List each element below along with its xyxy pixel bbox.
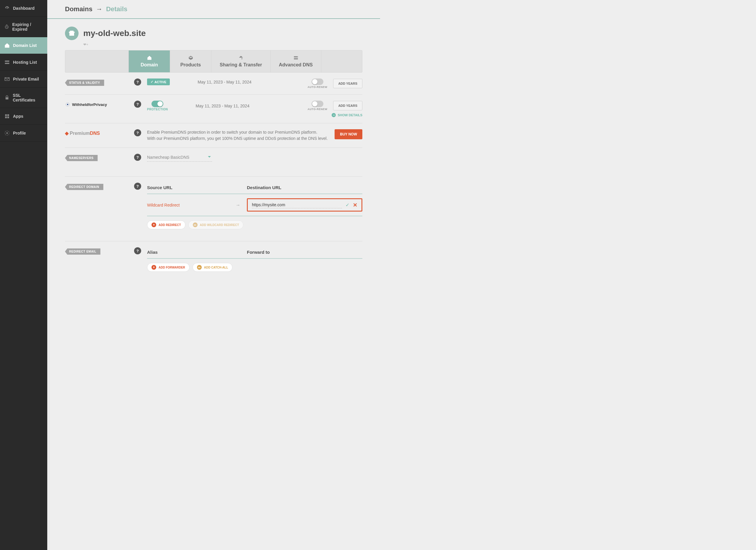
section-privacy: WithheldforPrivacy ? PROTECTION May 11, … bbox=[65, 95, 362, 123]
destination-url-input[interactable] bbox=[252, 202, 342, 208]
tab-sharing[interactable]: Sharing & Transfer bbox=[211, 50, 271, 72]
privacy-dates: May 11, 2023 - May 11, 2024 bbox=[196, 104, 250, 108]
protection-label: PROTECTION bbox=[147, 108, 168, 111]
tab-domain[interactable]: Domain bbox=[129, 50, 170, 72]
sidebar-label: Domain List bbox=[13, 43, 37, 48]
help-icon[interactable]: ? bbox=[134, 183, 141, 190]
tab-blank bbox=[65, 50, 129, 72]
premiumdns-brand: ◆ PremiumDNS bbox=[65, 130, 100, 136]
section-label-nameservers: NAMESERVERS bbox=[65, 155, 98, 161]
breadcrumb: Domains → Details bbox=[47, 0, 380, 19]
tab-products[interactable]: Products bbox=[170, 50, 211, 72]
svg-rect-1 bbox=[5, 61, 9, 62]
store-icon bbox=[65, 27, 79, 40]
svg-point-11 bbox=[297, 57, 297, 57]
lock-icon bbox=[4, 95, 10, 101]
breadcrumb-root[interactable]: Domains bbox=[65, 5, 92, 13]
add-redirect-button[interactable]: +ADD REDIRECT bbox=[147, 221, 185, 229]
home-icon bbox=[4, 43, 10, 48]
destination-highlight: ✓ ✕ bbox=[247, 198, 362, 212]
sidebar-item-profile[interactable]: Profile bbox=[0, 125, 47, 142]
add-forwarder-button[interactable]: +ADD FORWARDER bbox=[147, 263, 190, 272]
tab-label: Domain bbox=[141, 62, 158, 68]
help-icon[interactable]: ? bbox=[134, 247, 141, 254]
help-icon[interactable]: ? bbox=[134, 154, 141, 161]
svg-rect-7 bbox=[7, 117, 9, 118]
add-catchall-button[interactable]: ∞ADD CATCH-ALL bbox=[193, 263, 232, 272]
sidebar-label: Private Email bbox=[13, 77, 39, 81]
sidebar-item-ssl[interactable]: SSL Certificates bbox=[0, 88, 47, 108]
add-years-button[interactable]: ADD YEARS bbox=[333, 101, 362, 110]
svg-rect-4 bbox=[5, 114, 7, 116]
privacy-auto-renew-toggle[interactable] bbox=[312, 101, 323, 107]
server-icon bbox=[4, 59, 10, 65]
protection-toggle[interactable] bbox=[151, 101, 163, 107]
help-icon[interactable]: ? bbox=[134, 79, 141, 86]
withheld-brand: WithheldforPrivacy bbox=[65, 102, 107, 107]
help-icon[interactable]: ? bbox=[134, 101, 141, 108]
section-label-status: STATUS & VALIDITY bbox=[65, 80, 104, 86]
col-alias: Alias bbox=[147, 250, 247, 255]
section-premiumdns: ◆ PremiumDNS ? Enable PremiumDNS protect… bbox=[65, 123, 362, 148]
sidebar-item-dashboard[interactable]: Dashboard bbox=[0, 0, 47, 17]
mail-icon bbox=[4, 76, 10, 82]
tabs: Domain Products Sharing & Transfer Advan… bbox=[65, 50, 362, 73]
sidebar: Dashboard Expiring / Expired Domain List… bbox=[0, 0, 47, 550]
svg-rect-5 bbox=[7, 114, 9, 116]
svg-rect-10 bbox=[294, 58, 298, 60]
sidebar-item-apps[interactable]: Apps bbox=[0, 108, 47, 125]
grid-icon bbox=[4, 113, 10, 119]
sidebar-label: Dashboard bbox=[13, 6, 35, 11]
svg-point-8 bbox=[6, 133, 8, 134]
sidebar-label: Hosting List bbox=[13, 60, 37, 65]
arrow-icon: → bbox=[96, 5, 102, 13]
gauge-icon bbox=[4, 5, 10, 11]
nameservers-dropdown[interactable]: Namecheap BasicDNS bbox=[147, 154, 212, 162]
page-title: my-old-web.site bbox=[83, 29, 146, 38]
tab-label: Sharing & Transfer bbox=[220, 62, 262, 68]
sidebar-item-hosting-list[interactable]: Hosting List bbox=[0, 54, 47, 71]
sidebar-label: Expiring / Expired bbox=[12, 22, 43, 32]
section-label-redirect-email: REDIRECT EMAIL bbox=[65, 249, 100, 255]
auto-renew-label: AUTO-RENEW bbox=[308, 86, 328, 89]
diamond-icon: ◆ bbox=[65, 130, 69, 136]
help-icon[interactable]: ? bbox=[134, 129, 141, 136]
redirect-type[interactable]: Wildcard Redirect bbox=[147, 203, 236, 208]
sidebar-item-private-email[interactable]: Private Email bbox=[0, 71, 47, 88]
status-badge: ACTIVE bbox=[147, 79, 170, 85]
sidebar-item-domain-list[interactable]: Domain List bbox=[0, 37, 47, 54]
premiumdns-desc-2: With our PremiumDNS platform, you get 10… bbox=[147, 136, 329, 142]
tag-icon[interactable]: ❤+ bbox=[83, 43, 362, 47]
tab-advanced-dns[interactable]: Advanced DNS bbox=[271, 50, 321, 72]
buy-now-button[interactable]: BUY NOW bbox=[335, 129, 362, 139]
privacy-icon bbox=[65, 102, 70, 107]
sidebar-label: Profile bbox=[13, 131, 26, 136]
confirm-icon[interactable]: ✓ bbox=[346, 202, 349, 208]
section-redirect-email: REDIRECT EMAIL ? Alias Forward to +ADD F… bbox=[65, 242, 362, 277]
col-forward-to: Forward to bbox=[247, 250, 270, 255]
add-wildcard-redirect-button[interactable]: ∞ADD WILDCARD REDIRECT bbox=[188, 221, 244, 229]
sidebar-label: Apps bbox=[13, 114, 23, 119]
show-details-link[interactable]: SHOW DETAILS bbox=[332, 113, 362, 117]
tab-label: Products bbox=[180, 62, 201, 68]
main: Domains → Details my-old-web.site ❤+ Dom… bbox=[47, 0, 380, 550]
section-nameservers: NAMESERVERS ? Namecheap BasicDNS bbox=[65, 148, 362, 177]
tab-spacer bbox=[321, 50, 362, 72]
auto-renew-toggle[interactable] bbox=[312, 79, 323, 85]
cancel-icon[interactable]: ✕ bbox=[353, 202, 357, 208]
status-dates: May 11, 2023 - May 11, 2024 bbox=[198, 80, 251, 84]
sidebar-label: SSL Certificates bbox=[13, 93, 43, 102]
svg-rect-6 bbox=[5, 117, 7, 118]
gear-icon bbox=[4, 130, 10, 136]
sidebar-item-expiring[interactable]: Expiring / Expired bbox=[0, 17, 47, 37]
svg-point-12 bbox=[67, 104, 69, 105]
infinity-icon: ∞ bbox=[193, 223, 198, 227]
page-title-row: my-old-web.site bbox=[65, 27, 362, 40]
col-source-url: Source URL bbox=[147, 185, 247, 190]
section-redirect-domain: REDIRECT DOMAIN ? Source URL Destination… bbox=[65, 177, 362, 242]
add-years-button[interactable]: ADD YEARS bbox=[333, 79, 362, 88]
svg-rect-3 bbox=[6, 97, 9, 99]
redirect-row: Wildcard Redirect → ✓ ✕ bbox=[147, 194, 362, 216]
tab-label: Advanced DNS bbox=[279, 62, 313, 68]
section-status: STATUS & VALIDITY ? ACTIVE May 11, 2023 … bbox=[65, 73, 362, 95]
